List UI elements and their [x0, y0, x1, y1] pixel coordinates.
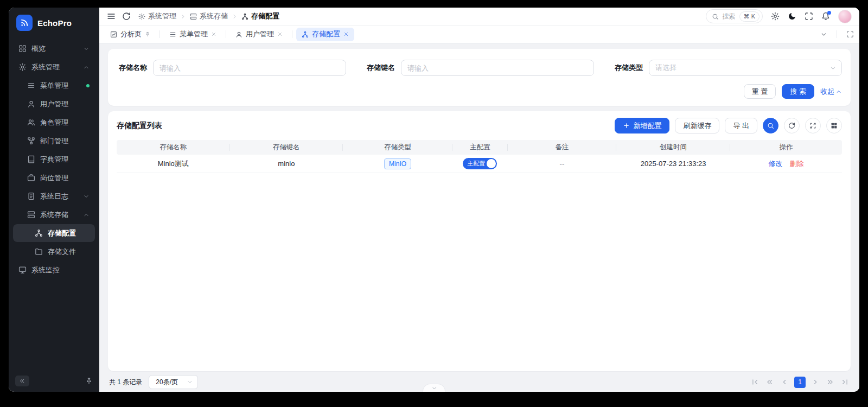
- sidebar-item-menu-management[interactable]: 菜单管理: [13, 77, 95, 94]
- sidebar-item-overview[interactable]: 概览: [13, 40, 95, 58]
- sidebar-item-storage-config[interactable]: 存储配置: [13, 224, 95, 242]
- edit-link[interactable]: 修改: [769, 159, 783, 169]
- hamburger-menu-button[interactable]: [107, 12, 116, 21]
- close-icon[interactable]: [343, 31, 349, 37]
- theme-toggle-button[interactable]: [788, 12, 796, 21]
- pin-icon: [85, 377, 93, 385]
- select-placeholder: 请选择: [655, 63, 676, 73]
- collapse-filters-link[interactable]: 收起: [820, 87, 842, 97]
- export-button[interactable]: 导 出: [725, 118, 757, 133]
- sidebar-item-label: 角色管理: [40, 118, 68, 128]
- sidebar-collapse-button[interactable]: [15, 376, 29, 386]
- cell-created-time: 2025-07-23 21:33:23: [616, 155, 730, 173]
- breadcrumb-item-system-management[interactable]: 系统管理: [138, 11, 176, 21]
- tabbar-dropdown-button[interactable]: [820, 31, 827, 38]
- app-window: EchoPro 概览 系统管理 菜单管理 用户管理: [9, 8, 859, 392]
- settings-button[interactable]: [771, 12, 780, 21]
- chevron-up-icon: [83, 64, 90, 71]
- close-icon[interactable]: [277, 31, 283, 37]
- list-title: 存储配置列表: [117, 121, 162, 131]
- user-icon: [235, 31, 242, 38]
- last-page-button[interactable]: [840, 377, 850, 387]
- sidebar-item-storage-files[interactable]: 存储文件: [13, 243, 95, 260]
- close-icon[interactable]: [211, 31, 216, 37]
- sidebar-item-system-management[interactable]: 系统管理: [13, 58, 95, 76]
- table-fullscreen-button[interactable]: [805, 118, 821, 133]
- sidebar-item-label: 存储文件: [48, 247, 76, 257]
- sidebar-item-system-logs[interactable]: 系统日志: [13, 187, 95, 205]
- tab-menu-management[interactable]: 菜单管理: [164, 28, 222, 41]
- tab-user-management[interactable]: 用户管理: [230, 28, 288, 41]
- reset-button[interactable]: 重 置: [744, 84, 776, 99]
- user-avatar[interactable]: [838, 10, 852, 23]
- sidebar-pin-button[interactable]: [85, 377, 93, 385]
- next-page-button[interactable]: [810, 377, 820, 387]
- org-chart-icon: [27, 137, 35, 145]
- sidebar-item-position-management[interactable]: 岗位管理: [13, 169, 95, 187]
- storage-key-input[interactable]: [401, 60, 594, 76]
- fullscreen-button[interactable]: [805, 12, 813, 21]
- tabbar: 分析页 菜单管理 用户管理 存储配置: [99, 26, 859, 43]
- search-shortcut-badge: ⌘ K: [739, 11, 760, 22]
- storage-key-label: 存储键名: [365, 63, 395, 73]
- sidebar-item-dictionary-management[interactable]: 字典管理: [13, 150, 95, 168]
- current-page[interactable]: 1: [794, 377, 806, 388]
- breadcrumb: 系统管理 系统存储 存储配置: [138, 11, 279, 21]
- breadcrumb-item-storage-config[interactable]: 存储配置: [241, 11, 279, 21]
- sidebar-item-system-monitoring[interactable]: 系统监控: [13, 261, 95, 279]
- prev-page-button[interactable]: [780, 377, 789, 387]
- sidebar-item-system-storage[interactable]: 系统存储: [13, 206, 95, 224]
- search-toggle-button[interactable]: [763, 118, 778, 133]
- refresh-cache-button[interactable]: 刷新缓存: [675, 118, 719, 133]
- table-empty-space: [117, 173, 842, 364]
- chevron-left-icon: [781, 378, 788, 386]
- storage-type-select[interactable]: 请选择: [649, 60, 842, 76]
- sidebar-item-department-management[interactable]: 部门管理: [13, 132, 95, 150]
- primary-config-toggle[interactable]: 主配置: [463, 158, 497, 169]
- tabbar-maximize-button[interactable]: [846, 30, 854, 38]
- storage-type-field: 存储类型 请选择: [612, 60, 842, 76]
- storage-name-field: 存储名称: [117, 60, 346, 76]
- sidebar-item-label: 用户管理: [40, 99, 68, 109]
- toggle-knob: [487, 159, 496, 168]
- moon-icon: [788, 12, 796, 21]
- search-label: 搜 索: [790, 87, 806, 97]
- column-primary-config: 主配置: [452, 140, 508, 155]
- app-logo[interactable]: EchoPro: [9, 8, 99, 39]
- chevrons-right-icon: [826, 378, 834, 386]
- search-button[interactable]: 搜 索: [782, 84, 814, 99]
- users-icon: [27, 118, 35, 126]
- tab-divider: [837, 30, 837, 38]
- sidebar-item-label: 字典管理: [40, 155, 68, 164]
- first-page-button[interactable]: [750, 377, 760, 387]
- refresh-cache-label: 刷新缓存: [683, 121, 711, 131]
- page-size-select[interactable]: 20条/页: [149, 375, 198, 389]
- sidebar-item-label: 菜单管理: [40, 81, 68, 91]
- column-settings-button[interactable]: [826, 118, 842, 133]
- storage-server-icon: [27, 211, 35, 219]
- pagination-bar: 共 1 条记录 20条/页 1: [108, 371, 851, 392]
- storage-name-input[interactable]: [153, 60, 346, 76]
- add-config-button[interactable]: 新增配置: [615, 118, 669, 133]
- prev-pages-button[interactable]: [765, 377, 775, 387]
- notifications-button[interactable]: [821, 12, 830, 21]
- sidebar-item-role-management[interactable]: 角色管理: [13, 113, 95, 131]
- next-pages-button[interactable]: [825, 377, 835, 387]
- tab-analytics[interactable]: 分析页: [105, 28, 156, 41]
- delete-link[interactable]: 删除: [790, 159, 804, 169]
- column-storage-type: 存储类型: [343, 140, 452, 155]
- tab-label: 用户管理: [246, 29, 274, 39]
- table-refresh-button[interactable]: [784, 118, 800, 133]
- tab-storage-config[interactable]: 存储配置: [296, 28, 354, 41]
- footer-toggle[interactable]: [423, 384, 445, 392]
- topbar-actions: 搜索 ⌘ K: [706, 9, 852, 23]
- table-row: Minio测试 minio MinIO 主配置 -- 2025-07-23 21…: [117, 155, 842, 173]
- breadcrumb-item-system-storage[interactable]: 系统存储: [190, 11, 228, 21]
- global-search[interactable]: 搜索 ⌘ K: [706, 9, 763, 23]
- table-header: 存储名称 存储键名 存储类型 主配置 备注 创建时间 操作: [117, 140, 842, 155]
- sidebar-footer: [9, 376, 99, 392]
- pin-icon[interactable]: [145, 31, 150, 37]
- chevron-down-icon: [829, 65, 837, 72]
- sidebar-item-user-management[interactable]: 用户管理: [13, 95, 95, 113]
- refresh-page-button[interactable]: [122, 12, 131, 21]
